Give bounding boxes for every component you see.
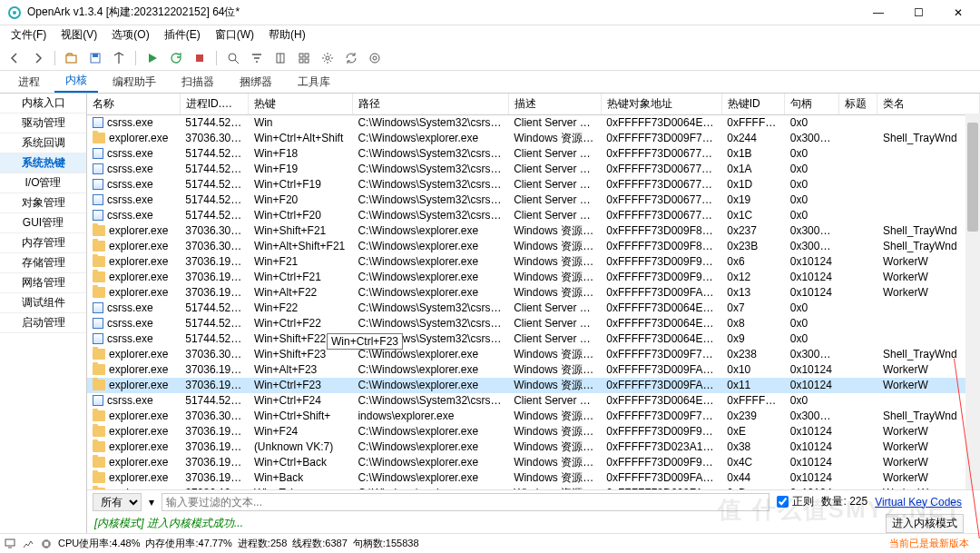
tabbar: 进程内核编程助手扫描器捆绑器工具库 <box>0 71 980 93</box>
folder-icon <box>93 256 105 267</box>
tab-4[interactable]: 捆绑器 <box>229 72 283 93</box>
table-row[interactable]: explorer.exe37036.19076Win+Alt+F23C:\Win… <box>87 362 980 378</box>
sidebar-item-10[interactable]: 调试组件 <box>0 293 86 313</box>
svg-rect-2 <box>66 55 76 63</box>
sidebar-item-9[interactable]: 网络管理 <box>0 273 86 293</box>
graph-icon <box>22 538 34 550</box>
svg-point-1 <box>13 11 16 15</box>
sidebar-item-4[interactable]: I/O管理 <box>0 173 86 193</box>
column-header-0[interactable]: 名称 <box>87 94 180 115</box>
svg-rect-4 <box>93 54 98 57</box>
table-row[interactable]: csrss.exe51744.52468Win+Ctrl+F22C:\Windo… <box>87 316 980 331</box>
table-row[interactable]: csrss.exe51744.52468Win+F18C:\Windows\Sy… <box>87 146 980 162</box>
table-row[interactable]: explorer.exe37036.19076Win+TabC:\Windows… <box>87 486 980 489</box>
table-row[interactable]: explorer.exe37036.30908Win+Shift+F21C:\W… <box>87 223 980 239</box>
sidebar-item-11[interactable]: 启动管理 <box>0 313 86 333</box>
filter-input[interactable] <box>162 493 769 511</box>
column-header-8[interactable]: 标题 <box>838 94 877 115</box>
column-header-2[interactable]: 热键 <box>249 94 353 115</box>
filter-bar: 所有 ▾ 正则 数量: 225 Virtual Key Codes <box>87 489 980 513</box>
menu-3[interactable]: 插件(E) <box>157 25 208 45</box>
app-icon <box>93 179 103 190</box>
tab-1[interactable]: 内核 <box>54 70 98 93</box>
find-icon[interactable] <box>224 49 242 67</box>
filter-scope-select[interactable]: 所有 <box>93 493 142 511</box>
table-row[interactable]: csrss.exe51744.52468Win+Ctrl+F24C:\Windo… <box>87 393 980 409</box>
table-row[interactable]: explorer.exe37036.19076Win+F21C:\Windows… <box>87 254 980 270</box>
stop-icon[interactable] <box>191 49 209 67</box>
table-row[interactable]: explorer.exe37036.19076Win+BackC:\Window… <box>87 470 980 486</box>
table-row[interactable]: explorer.exe37036.30908Win+Ctrl+Shift+in… <box>87 409 980 424</box>
monitor-icon <box>4 538 16 550</box>
column-header-7[interactable]: 句柄 <box>785 94 838 115</box>
scrollbar-vertical[interactable] <box>965 114 980 489</box>
sidebar-item-5[interactable]: 对象管理 <box>0 193 86 213</box>
tab-3[interactable]: 扫描器 <box>171 72 225 93</box>
column-header-6[interactable]: 热键ID <box>721 94 785 115</box>
table-row[interactable]: csrss.exe51744.52468Win+F20C:\Windows\Sy… <box>87 193 980 208</box>
column-header-3[interactable]: 路径 <box>352 94 508 115</box>
virtual-key-codes-link[interactable]: Virtual Key Codes <box>875 496 962 509</box>
sidebar-item-7[interactable]: 内存管理 <box>0 233 86 253</box>
kernel-mode-message: [内核模式] 进入内核模式成功... <box>94 516 243 531</box>
table-row[interactable]: explorer.exe37036.19076Win+F24C:\Windows… <box>87 424 980 439</box>
minimize-button[interactable]: — <box>858 0 898 25</box>
back-icon[interactable] <box>5 49 24 67</box>
run-icon[interactable] <box>143 49 162 67</box>
sidebar-item-8[interactable]: 存储管理 <box>0 253 86 273</box>
sidebar-item-1[interactable]: 驱动管理 <box>0 114 86 133</box>
sidebar-item-3[interactable]: 系统热键 <box>0 153 86 173</box>
table-row[interactable]: explorer.exe37036.19076Win+Ctrl+BackC:\W… <box>87 455 980 470</box>
table-row[interactable]: explorer.exe37036.30908Win+Alt+Shift+F21… <box>87 239 980 254</box>
column-header-4[interactable]: 描述 <box>508 94 601 115</box>
tab-5[interactable]: 工具库 <box>287 72 341 93</box>
sidebar-item-0[interactable]: 内核入口 <box>0 94 86 114</box>
table-row[interactable]: csrss.exe51744.52468Win+Ctrl+F19C:\Windo… <box>87 177 980 193</box>
ontop-icon[interactable] <box>110 49 128 67</box>
forward-icon[interactable] <box>29 49 47 67</box>
app-icon <box>7 5 22 20</box>
menu-0[interactable]: 文件(F) <box>4 25 54 45</box>
column-header-5[interactable]: 热键对象地址 <box>601 94 721 115</box>
tab-2[interactable]: 编程助手 <box>102 72 167 93</box>
gear-icon[interactable] <box>318 49 337 67</box>
regex-checkbox[interactable]: 正则 <box>777 494 814 509</box>
menu-4[interactable]: 窗口(W) <box>208 25 261 45</box>
folder-icon <box>93 225 105 236</box>
book-icon[interactable] <box>271 49 289 67</box>
column-header-1[interactable]: 进程ID.线程ID <box>180 94 249 115</box>
menu-5[interactable]: 帮助(H) <box>261 25 313 45</box>
table-row[interactable]: csrss.exe51744.52468WinC:\Windows\System… <box>87 115 980 132</box>
folder-icon <box>93 441 105 452</box>
restart-icon[interactable] <box>167 49 185 67</box>
table-row[interactable]: explorer.exe37036.19076Win+Alt+F22C:\Win… <box>87 285 980 301</box>
hotkey-table[interactable]: 名称进程ID.线程ID热键路径描述热键对象地址热键ID句柄标题类名 csrss.… <box>87 94 980 489</box>
menu-2[interactable]: 选项(O) <box>104 25 156 45</box>
filter-icon[interactable] <box>248 49 266 67</box>
close-button[interactable]: ✕ <box>938 0 978 25</box>
enter-kernel-mode-button[interactable]: 进入内核模式 <box>886 514 964 533</box>
table-row[interactable]: csrss.exe51744.52468Win+Ctrl+F20C:\Windo… <box>87 208 980 223</box>
svg-rect-10 <box>299 59 303 63</box>
table-row[interactable]: explorer.exe37036.19076Win+Ctrl+F21C:\Wi… <box>87 270 980 285</box>
table-row[interactable]: csrss.exe51744.52468Win+F22C:\Windows\Sy… <box>87 301 980 316</box>
table-row[interactable]: explorer.exe37036.30908Win+Shift+F23C:\W… <box>87 347 980 362</box>
grid-icon[interactable] <box>295 49 313 67</box>
folder-icon <box>93 426 105 437</box>
tab-0[interactable]: 进程 <box>7 72 51 93</box>
column-header-9[interactable]: 类名 <box>877 94 980 115</box>
open-icon[interactable] <box>63 49 81 67</box>
sidebar-item-6[interactable]: GUI管理 <box>0 213 86 233</box>
table-row[interactable]: csrss.exe51744.52468Win+F19C:\Windows\Sy… <box>87 162 980 177</box>
table-row[interactable]: explorer.exe37036.30908Win+Ctrl+Alt+Shif… <box>87 131 980 146</box>
menu-1[interactable]: 视图(V) <box>54 25 104 45</box>
table-row[interactable]: csrss.exe51744.52468Win+Shift+F22C:\Wind… <box>87 331 980 347</box>
refresh-icon[interactable] <box>342 49 360 67</box>
folder-icon <box>93 410 105 421</box>
table-row[interactable]: explorer.exe37036.19076Win+Ctrl+F23C:\Wi… <box>87 378 980 393</box>
target-icon[interactable] <box>366 49 384 67</box>
sidebar-item-2[interactable]: 系统回调 <box>0 133 86 153</box>
save-icon[interactable] <box>86 49 104 67</box>
maximize-button[interactable]: ☐ <box>898 0 938 25</box>
table-row[interactable]: explorer.exe37036.19076(Unknown VK:7)C:\… <box>87 439 980 455</box>
